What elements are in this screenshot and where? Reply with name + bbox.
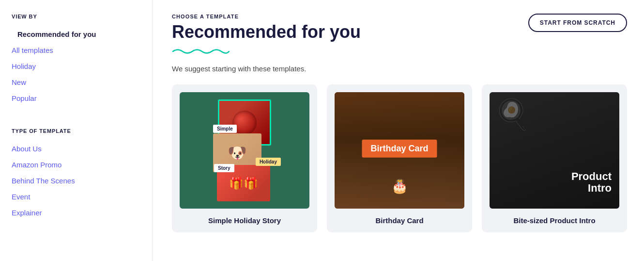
- template-name-simple-holiday: Simple Holiday Story: [208, 216, 281, 225]
- sidebar-item-event[interactable]: Event: [12, 189, 140, 205]
- template-name-product: Bite-sized Product Intro: [513, 216, 595, 225]
- sidebar-item-about[interactable]: About Us: [12, 141, 140, 157]
- viewby-label: VIEW BY: [12, 14, 140, 19]
- birthday-banner: Birthday Card: [362, 140, 437, 158]
- wavy-decoration: [172, 47, 627, 56]
- template-card-birthday[interactable]: Birthday Card 🎂 Birthday Card: [327, 84, 472, 232]
- suggest-text: We suggest starting with these templates…: [172, 65, 627, 73]
- type-label: TYPE OF TEMPLATE: [12, 128, 140, 134]
- sidebar-item-recommended[interactable]: Recommended for you: [12, 26, 140, 42]
- product-intro-text: Product Intro: [571, 171, 612, 194]
- template-thumbnail-simple-holiday: 🐶 🎁🎁 Simple Holiday Story: [180, 92, 309, 209]
- sidebar-item-popular[interactable]: Popular: [12, 90, 140, 106]
- sidebar-item-holiday[interactable]: Holiday: [12, 58, 140, 74]
- sidebar-item-behind[interactable]: Behind The Scenes: [12, 173, 140, 189]
- birthday-candles: 🎂: [391, 178, 408, 194]
- tag-simple: Simple: [213, 125, 237, 133]
- sidebar-viewby-group: VIEW BY Recommended for you All template…: [12, 14, 140, 106]
- gift-icon: 🎁🎁: [229, 177, 258, 190]
- product-thumb-bg: 🍳 Product Intro: [490, 92, 619, 209]
- template-card-simple-holiday[interactable]: 🐶 🎁🎁 Simple Holiday Story Simple Hol: [172, 84, 317, 232]
- sidebar-item-explainer[interactable]: Explainer: [12, 205, 140, 221]
- holiday-thumb-bg: 🐶 🎁🎁 Simple Holiday Story: [180, 92, 309, 209]
- tag-story: Story: [214, 164, 234, 172]
- sidebar-item-new[interactable]: New: [12, 74, 140, 90]
- template-thumbnail-product: 🍳 Product Intro: [490, 92, 619, 209]
- sidebar-type-group: TYPE OF TEMPLATE About Us Amazon Promo B…: [12, 128, 140, 221]
- template-card-product-intro[interactable]: 🍳 Product Intro Bite-sized Product Intro: [482, 84, 627, 232]
- birthday-thumb-bg: Birthday Card 🎂: [335, 92, 464, 209]
- tag-holiday: Holiday: [256, 158, 281, 166]
- templates-grid: 🐶 🎁🎁 Simple Holiday Story Simple Hol: [172, 84, 627, 232]
- holiday-collage: 🐶 🎁🎁 Simple Holiday Story: [213, 99, 276, 201]
- sidebar-item-amazon[interactable]: Amazon Promo: [12, 157, 140, 173]
- sidebar-item-recommended-label: Recommended for you: [17, 29, 96, 39]
- template-thumbnail-birthday: Birthday Card 🎂: [335, 92, 464, 209]
- main-wrapper: START FROM SCRATCH CHOOSE A TEMPLATE Rec…: [153, 0, 644, 261]
- sidebar-divider: [12, 120, 140, 120]
- main-content: CHOOSE A TEMPLATE Recommended for you We…: [153, 0, 644, 246]
- sidebar: VIEW BY Recommended for you All template…: [0, 0, 153, 261]
- template-name-birthday: Birthday Card: [375, 216, 423, 225]
- sidebar-item-all[interactable]: All templates: [12, 42, 140, 58]
- start-from-scratch-button[interactable]: START FROM SCRATCH: [528, 14, 627, 32]
- dog-icon: 🐶: [228, 144, 247, 162]
